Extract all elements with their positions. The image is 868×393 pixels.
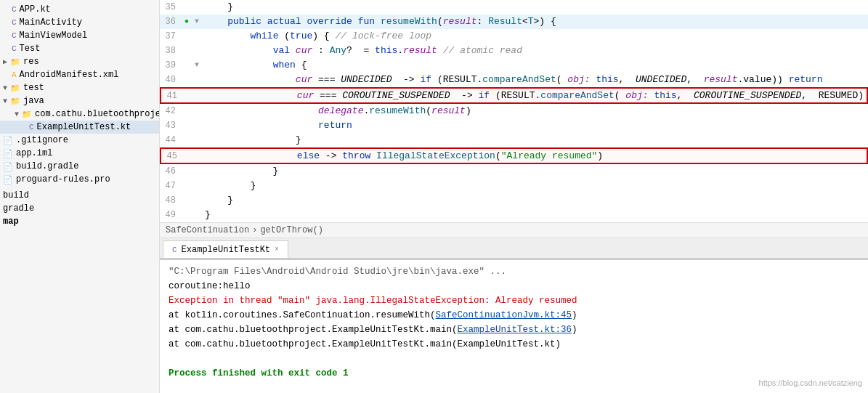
code-line-40: 40 cur === UNDECIDED -> if (RESULT.compa… <box>160 73 868 87</box>
sidebar-item-label: com.cathu.bluetoothproje... <box>35 109 159 119</box>
code-line-35: 35 } <box>160 0 868 15</box>
code-line-36: 36 ● ▼ public actual override fun resume… <box>160 15 868 29</box>
sidebar-item-label: .gitignore <box>16 135 68 145</box>
xml-file-icon: A <box>12 70 17 79</box>
sidebar-item-androidmanifest[interactable]: A AndroidManifest.xml <box>0 68 159 81</box>
file-icon: 📄 <box>3 149 13 158</box>
collapse-arrow: ▶ <box>3 57 7 66</box>
kotlin-file-icon: C <box>12 44 17 53</box>
sidebar-item-label: ExampleUnitTest.kt <box>37 122 131 132</box>
code-line-39: 39 ▼ when { <box>160 58 868 73</box>
file-tree: C APP.kt C MainActivity C MainViewModel … <box>0 0 160 393</box>
sidebar-item-appkt[interactable]: C APP.kt <box>0 3 159 16</box>
kotlin-file-icon: C <box>12 31 17 40</box>
sidebar-item-test[interactable]: C Test <box>0 42 159 55</box>
console-output-coroutine: coroutine:hello <box>169 279 859 293</box>
code-line-45: 45 else -> throw IllegalStateException("… <box>160 147 868 164</box>
sidebar-item-gitignore[interactable]: 📄 .gitignore <box>0 134 159 147</box>
code-line-43: 43 return <box>160 118 868 133</box>
code-line-48: 48 } <box>160 193 868 208</box>
tab-bar: C ExampleUnitTestKt × <box>160 238 868 259</box>
tab-exampleunittest[interactable]: C ExampleUnitTestKt × <box>163 240 288 258</box>
collapse-arrow: ▼ <box>15 110 19 118</box>
sidebar-item-map[interactable]: map <box>0 215 159 228</box>
breadcrumb-bar: SafeContinuation › getOrThrow() <box>160 222 868 238</box>
sidebar-item-appiml[interactable]: 📄 app.iml <box>0 147 159 160</box>
sidebar-item-label: APP.kt <box>20 4 51 15</box>
file-icon: 📄 <box>3 162 13 171</box>
file-icon: 📄 <box>3 136 13 145</box>
folder-icon: 📁 <box>10 97 20 106</box>
tab-label: ExampleUnitTestKt <box>182 245 270 255</box>
console-exception-line: Exception in thread "main" java.lang.Ill… <box>169 293 859 308</box>
console-command-line: "C:\Program Files\Android\Android Studio… <box>169 264 859 279</box>
stack-link-2[interactable]: ExampleUnitTest.kt:36 <box>458 325 572 335</box>
sidebar-item-label: build <box>3 190 29 200</box>
console-panel: "C:\Program Files\Android\Android Studio… <box>160 259 868 393</box>
code-editor[interactable]: 35 } 36 ● ▼ public actual override fun r… <box>160 0 868 222</box>
kotlin-file-icon: C <box>12 5 17 14</box>
code-line-49: 49 } <box>160 208 868 222</box>
sidebar-item-mainactivity[interactable]: C MainActivity <box>0 16 159 29</box>
console-output: "C:\Program Files\Android\Android Studio… <box>160 260 868 385</box>
folder-icon: 📁 <box>10 84 20 93</box>
collapse-arrow: ▼ <box>3 84 7 92</box>
stack-link-1[interactable]: SafeContinuationJvm.kt:45 <box>436 310 572 320</box>
collapse-arrow: ▼ <box>3 97 7 105</box>
sidebar-item-label: AndroidManifest.xml <box>20 70 119 80</box>
sidebar-item-res[interactable]: ▶ 📁 res <box>0 55 159 68</box>
console-stack-1: at kotlin.coroutines.SafeContinuation.re… <box>169 308 859 323</box>
code-line-41: 41 cur === COROUTINE_SUSPENDED -> if (RE… <box>160 87 868 104</box>
breadcrumb-separator: › <box>252 225 257 235</box>
sidebar-item-label: map <box>3 216 19 227</box>
breadcrumb-item-safecontinuation[interactable]: SafeContinuation <box>166 225 249 235</box>
code-line-37: 37 while (true) { // lock-free loop <box>160 29 868 44</box>
sidebar-item-label: app.iml <box>16 148 52 158</box>
sidebar-item-label: java <box>23 96 44 106</box>
folder-icon: 📁 <box>10 57 20 67</box>
sidebar-item-test-folder[interactable]: ▼ 📁 test <box>0 81 159 94</box>
file-icon: 📄 <box>3 175 13 185</box>
sidebar-item-label: test <box>23 83 44 93</box>
sidebar-item-label: proguard-rules.pro <box>16 174 110 185</box>
sidebar-item-gradle[interactable]: gradle <box>0 202 159 215</box>
sidebar-item-label: build.gradle <box>16 161 78 171</box>
watermark: https://blog.csdn.net/catzieng <box>759 378 862 387</box>
kotlin-file-icon: C <box>29 123 34 131</box>
console-stack-3: at com.cathu.bluetoothproject.ExampleUni… <box>169 337 859 352</box>
folder-icon: 📁 <box>22 110 32 119</box>
code-line-46: 46 } <box>160 164 868 179</box>
sidebar-item-label: gradle <box>3 203 34 214</box>
code-line-42: 42 delegate.resumeWith(result) <box>160 104 868 118</box>
sidebar-item-mainviewmodel[interactable]: C MainViewModel <box>0 29 159 42</box>
sidebar-item-label: MainActivity <box>20 17 82 28</box>
sidebar-item-label: Test <box>20 44 41 54</box>
sidebar-item-package[interactable]: ▼ 📁 com.cathu.bluetoothproje... <box>0 108 159 121</box>
sidebar-item-label: res <box>23 57 39 67</box>
console-exit-code: Process finished with exit code 1 <box>169 366 859 381</box>
code-line-38: 38 val cur : Any? = this.result // atomi… <box>160 44 868 58</box>
sidebar-item-build[interactable]: build <box>0 189 159 202</box>
sidebar-item-proguard[interactable]: 📄 proguard-rules.pro <box>0 173 159 186</box>
sidebar-item-java[interactable]: ▼ 📁 java <box>0 94 159 108</box>
code-line-47: 47 } <box>160 179 868 193</box>
code-line-44: 44 } <box>160 133 868 147</box>
editor-area: 35 } 36 ● ▼ public actual override fun r… <box>160 0 868 393</box>
sidebar-item-buildgradle[interactable]: 📄 build.gradle <box>0 160 159 173</box>
breadcrumb-item-getorthrow[interactable]: getOrThrow() <box>260 225 323 235</box>
sidebar-item-exampleunittest[interactable]: C ExampleUnitTest.kt <box>0 121 159 134</box>
console-stack-2: at com.cathu.bluetoothproject.ExampleUni… <box>169 323 859 337</box>
kotlin-file-icon: C <box>12 18 17 27</box>
sidebar-item-label: MainViewModel <box>20 31 88 41</box>
tab-close-button[interactable]: × <box>275 246 279 254</box>
kotlin-file-icon: C <box>172 246 177 254</box>
